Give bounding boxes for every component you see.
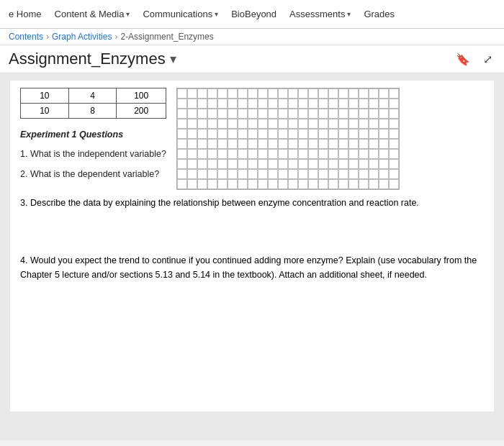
question-1: 1. What is the independent variable? <box>20 147 166 162</box>
grid-cell <box>177 119 187 129</box>
q3-label: 3. Describe the data by explaining the r… <box>20 198 419 208</box>
grid-cell <box>258 179 268 189</box>
grid-cell <box>298 159 308 169</box>
grid-cell <box>268 99 278 109</box>
grid-cell <box>359 99 369 109</box>
grid-cell <box>379 88 389 99</box>
grid-cell <box>187 149 197 159</box>
grid-cell <box>318 129 328 139</box>
grid-cell <box>348 169 359 179</box>
grid-cell <box>268 88 278 99</box>
grid-cell <box>248 169 258 179</box>
top-section: 104100108200 Experiment 1 Questions 1. W… <box>20 88 484 190</box>
breadcrumb-current: 2-Assignment_Enzymes <box>120 32 213 42</box>
nav-biobeyond[interactable]: BioBeyond <box>225 4 282 24</box>
breadcrumb-contents[interactable]: Contents <box>9 32 43 42</box>
grid-cell <box>359 149 369 159</box>
grid-cell <box>338 159 348 169</box>
grid-cell <box>217 109 228 119</box>
grid-cell <box>369 179 379 189</box>
grid-cell <box>248 149 258 159</box>
title-dropdown-arrow[interactable]: ▾ <box>170 51 176 67</box>
grid-cell <box>228 129 238 139</box>
grid-cell <box>389 119 399 129</box>
table-cell: 10 <box>21 104 69 119</box>
grid-cell <box>338 169 348 179</box>
grid-cell <box>318 139 328 149</box>
grid-cell <box>197 119 207 129</box>
grid-cell <box>207 88 217 99</box>
breadcrumb-graph-activities[interactable]: Graph Activities <box>52 32 112 42</box>
grid-cell <box>207 119 217 129</box>
grid-cell <box>278 139 288 149</box>
navbar: e Home Content & Media ▾ Communications … <box>0 0 504 29</box>
q1-label: 1. What is the independent variable? <box>20 149 166 159</box>
grid-cell <box>338 99 348 109</box>
grid-cell <box>288 129 298 139</box>
grid-cell <box>288 159 298 169</box>
grid-cell <box>278 99 288 109</box>
grid-cell <box>318 159 328 169</box>
grid-cell <box>258 88 268 99</box>
grid-cell <box>288 149 298 159</box>
grid-cell <box>308 149 318 159</box>
grid-cell <box>197 149 207 159</box>
grid-cell <box>348 99 359 109</box>
grid-cell <box>268 159 278 169</box>
grid-cell <box>197 179 207 189</box>
nav-assessments[interactable]: Assessments ▾ <box>284 4 356 24</box>
questions-section: Experiment 1 Questions 1. What is the in… <box>20 127 166 186</box>
grid-cell <box>389 109 399 119</box>
grid-cell <box>379 109 389 119</box>
grid-cell <box>359 139 369 149</box>
grid-cell <box>207 149 217 159</box>
grid-cell <box>389 169 399 179</box>
nav-content-media[interactable]: Content & Media ▾ <box>49 4 136 24</box>
expand-button[interactable]: ⤢ <box>480 51 495 68</box>
table-row: 104100 <box>21 88 166 104</box>
grid-cell <box>288 139 298 149</box>
table-cell: 8 <box>68 104 117 119</box>
grid-cell <box>389 179 399 189</box>
grid-cell <box>217 169 228 179</box>
grid-cell <box>238 179 248 189</box>
grid-cell <box>248 129 258 139</box>
section-title: Experiment 1 Questions <box>20 127 166 142</box>
grid-cell <box>187 159 197 169</box>
grid-cell <box>177 149 187 159</box>
nav-assessments-label: Assessments <box>289 9 345 19</box>
grid-cell <box>348 159 359 169</box>
grid-cell <box>288 88 298 99</box>
bookmark-button[interactable]: 🔖 <box>453 51 473 68</box>
grid-cell <box>338 179 348 189</box>
grid-cell <box>298 149 308 159</box>
grid-cell <box>187 109 197 119</box>
grid-cell <box>298 119 308 129</box>
nav-grades[interactable]: Grades <box>358 4 400 24</box>
grid-cell <box>197 99 207 109</box>
grid-cell <box>217 119 228 129</box>
grid-cell <box>308 119 318 129</box>
breadcrumb: Contents › Graph Activities › 2-Assignme… <box>0 29 504 45</box>
grid-cell <box>197 109 207 119</box>
grid-cell <box>217 159 228 169</box>
grid-cell <box>278 169 288 179</box>
grid-cell <box>359 109 369 119</box>
grid-cell <box>308 99 318 109</box>
grid-cell <box>308 179 318 189</box>
grid-cell <box>278 149 288 159</box>
grid-cell <box>258 149 268 159</box>
grid-cell <box>207 109 217 119</box>
grid-cell <box>348 119 359 129</box>
grid-cell <box>248 99 258 109</box>
nav-communications[interactable]: Communications ▾ <box>137 4 224 24</box>
nav-home[interactable]: e Home <box>3 4 48 24</box>
grid-cell <box>389 99 399 109</box>
page-title: Assignment_Enzymes ▾ <box>9 50 176 68</box>
table-cell: 10 <box>21 88 69 104</box>
grid-cell <box>389 159 399 169</box>
grid-cell <box>187 179 197 189</box>
graph-grid <box>176 88 400 190</box>
grid-cell <box>258 129 268 139</box>
grid-cell <box>369 159 379 169</box>
